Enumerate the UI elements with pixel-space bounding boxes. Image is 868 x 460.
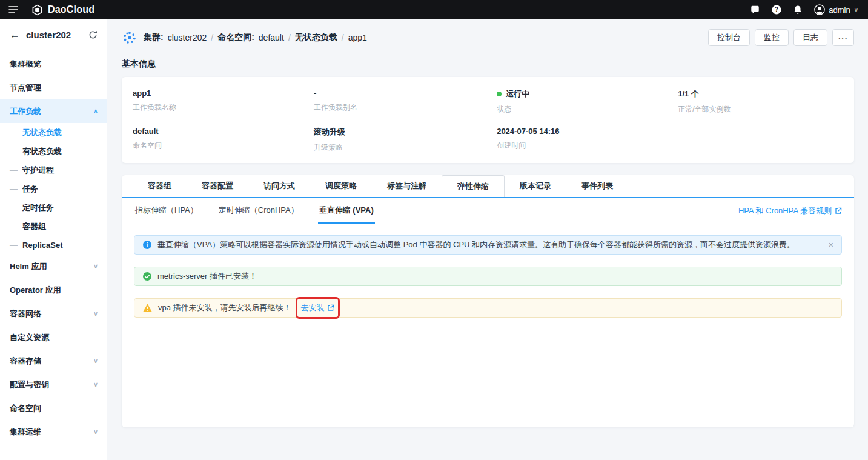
sidebar-item-pods[interactable]: — 容器组 <box>0 217 107 236</box>
subtab-cronhpa[interactable]: 定时伸缩（CronHPA） <box>217 198 300 224</box>
subtab-hpa[interactable]: 指标伸缩（HPA） <box>134 198 199 224</box>
field-value: 2024-07-05 14:16 <box>497 127 678 136</box>
sidebar-item-deployments[interactable]: — 无状态负载 <box>0 123 107 142</box>
tab-labels-annotations[interactable]: 标签与注解 <box>372 175 442 197</box>
menu-icon[interactable] <box>8 5 18 14</box>
sidebar-item-label: 集群运维 <box>10 427 41 438</box>
refresh-icon[interactable] <box>88 30 98 39</box>
field-upgrade-strategy: 滚动升级 升级策略 <box>314 127 497 153</box>
tab-event-list[interactable]: 事件列表 <box>566 175 628 197</box>
info-icon <box>142 240 152 250</box>
dash-prefix: — <box>10 128 18 137</box>
chevron-down-icon: ∨ <box>93 357 98 365</box>
sidebar-nav: 集群概览 节点管理 工作负载 ∧ — 无状态负载 — 有状态负载 — 守护进程 <box>0 52 107 444</box>
topbar: DaoCloud ? admin ∨ <box>0 0 868 19</box>
field-instances: 1/1 个 正常/全部实例数 <box>678 88 843 115</box>
sidebar-item-statefulsets[interactable]: — 有状态负载 <box>0 142 107 161</box>
subtab-vpa[interactable]: 垂直伸缩 (VPA) <box>318 198 375 224</box>
sidebar-item-label: 命名空间 <box>10 403 41 414</box>
monitor-button[interactable]: 监控 <box>755 29 789 46</box>
tab-version-history[interactable]: 版本记录 <box>505 175 566 197</box>
field-label: 状态 <box>497 104 678 115</box>
sidebar-item-jobs[interactable]: — 任务 <box>0 179 107 198</box>
chevron-down-icon: ∨ <box>93 428 98 436</box>
detail-card: 容器组 容器配置 访问方式 调度策略 标签与注解 弹性伸缩 版本记录 事件列表 … <box>122 175 854 427</box>
sidebar-item-replicasets[interactable]: — ReplicaSet <box>0 236 107 255</box>
breadcrumb-cluster-value[interactable]: cluster202 <box>168 33 207 42</box>
field-created-time: 2024-07-05 14:16 创建时间 <box>497 127 678 153</box>
success-icon <box>142 272 152 281</box>
breadcrumb-separator: / <box>211 33 213 42</box>
subtab-bar: 指标伸缩（HPA） 定时伸缩（CronHPA） 垂直伸缩 (VPA) HPA 和… <box>122 198 854 224</box>
sidebar-item-cronjobs[interactable]: — 定时任务 <box>0 198 107 217</box>
tab-access-method[interactable]: 访问方式 <box>248 175 310 197</box>
breadcrumb-separator: / <box>288 33 291 42</box>
external-link-icon <box>835 207 842 215</box>
chevron-down-icon: ∨ <box>93 262 98 270</box>
sidebar-item-container-storage[interactable]: 容器存储 ∨ <box>0 349 107 373</box>
go-install-link[interactable]: 去安装 <box>301 302 334 313</box>
field-label: 工作负载名称 <box>133 102 314 113</box>
sidebar-item-label: 有状态负载 <box>22 146 62 157</box>
breadcrumb-namespace-label: 命名空间: <box>217 32 254 43</box>
status-text: 运行中 <box>506 88 529 99</box>
divider <box>7 48 99 48</box>
breadcrumb-workload-type[interactable]: 无状态负载 <box>295 32 337 43</box>
sidebar-item-node-management[interactable]: 节点管理 <box>0 76 107 99</box>
sidebar-item-operator-apps[interactable]: Operator 应用 <box>0 278 107 302</box>
tab-pods[interactable]: 容器组 <box>133 175 187 197</box>
sidebar-item-label: 节点管理 <box>10 82 41 93</box>
sidebar-item-namespaces[interactable]: 命名空间 <box>0 396 107 420</box>
tab-autoscaling[interactable]: 弹性伸缩 <box>442 175 505 197</box>
brand-logo[interactable]: DaoCloud <box>31 4 94 16</box>
field-status: 运行中 状态 <box>497 88 678 115</box>
tab-container-config[interactable]: 容器配置 <box>187 175 248 197</box>
cluster-dots-icon <box>122 30 137 45</box>
dash-prefix: — <box>10 222 18 231</box>
more-actions-button[interactable]: ··· <box>832 29 854 46</box>
chevron-up-icon: ∧ <box>93 107 98 115</box>
main-content: 集群: cluster202 / 命名空间: default / 无状态负载 /… <box>107 19 868 460</box>
field-label: 工作负载别名 <box>314 102 497 113</box>
sidebar-item-config-secrets[interactable]: 配置与密钥 ∨ <box>0 373 107 396</box>
sidebar-item-cluster-overview[interactable]: 集群概览 <box>0 52 107 76</box>
sidebar-item-label: Helm 应用 <box>10 261 47 272</box>
bell-icon[interactable] <box>793 5 803 15</box>
avatar-icon <box>814 4 825 15</box>
brand-name: DaoCloud <box>48 4 94 15</box>
user-menu[interactable]: admin ∨ <box>814 4 858 15</box>
sidebar-item-label: 集群概览 <box>10 59 41 70</box>
compat-rules-link[interactable]: HPA 和 CronHPA 兼容规则 <box>738 205 842 224</box>
daocloud-logo-icon <box>31 4 43 16</box>
back-icon[interactable]: ← <box>10 30 20 40</box>
chevron-down-icon: ∨ <box>93 310 98 318</box>
sidebar-item-helm-apps[interactable]: Helm 应用 ∨ <box>0 255 107 278</box>
sidebar-item-custom-resources[interactable]: 自定义资源 <box>0 325 107 349</box>
field-label: 正常/全部实例数 <box>678 104 843 115</box>
field-value: 滚动升级 <box>314 127 497 138</box>
message-icon[interactable] <box>750 5 760 15</box>
sidebar-item-cluster-ops[interactable]: 集群运维 ∨ <box>0 420 107 444</box>
svg-text:?: ? <box>775 6 778 13</box>
help-icon[interactable]: ? <box>772 5 781 15</box>
tab-scheduling-policy[interactable]: 调度策略 <box>310 175 372 197</box>
sidebar-item-workloads[interactable]: 工作负载 ∧ <box>0 99 107 123</box>
sidebar-item-label: 无状态负载 <box>22 127 62 138</box>
sidebar-item-daemonsets[interactable]: — 守护进程 <box>0 161 107 179</box>
field-value: - <box>314 88 497 98</box>
status-dot <box>497 92 502 96</box>
close-icon[interactable]: × <box>829 241 833 249</box>
field-label: 升级策略 <box>314 142 497 153</box>
dash-prefix: — <box>10 165 18 175</box>
console-button[interactable]: 控制台 <box>708 29 750 46</box>
vpa-info-banner: 垂直伸缩（VPA）策略可以根据容器实际资源使用情况手动或自动调整 Pod 中容器… <box>134 235 842 255</box>
logs-button[interactable]: 日志 <box>793 29 827 46</box>
field-namespace: default 命名空间 <box>133 127 314 153</box>
sidebar-item-container-network[interactable]: 容器网络 ∨ <box>0 302 107 325</box>
sidebar-item-label: 配置与密钥 <box>10 379 49 390</box>
warning-icon <box>142 303 153 313</box>
field-value: app1 <box>133 88 314 98</box>
go-install-label: 去安装 <box>301 302 325 313</box>
metrics-server-text: metrics-server 插件已安装！ <box>157 271 257 282</box>
breadcrumb-namespace-value[interactable]: default <box>259 33 284 42</box>
